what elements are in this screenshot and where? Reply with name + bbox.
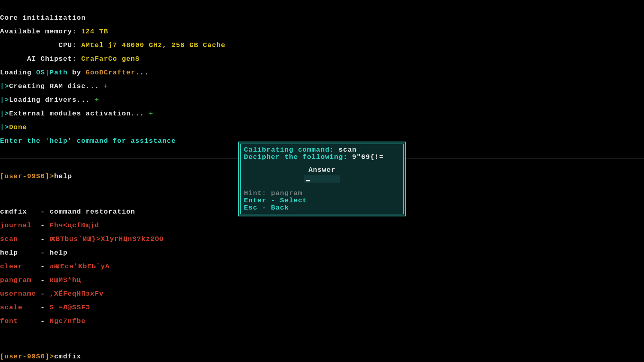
boot-loading-os: Loading OS|Path by GooDCrafter... <box>0 69 644 76</box>
help-scale: scale - S_=Л@SSFЭ <box>0 304 644 311</box>
boot-ai-chipset: AI Chipset: CraFarCo genS <box>0 56 644 62</box>
modal-calibrating-line: Calibrating command: scan <box>244 146 400 154</box>
boot-done: |>Done <box>0 124 644 131</box>
modal-decipher-line: Decipher the following: 9"69{!= <box>244 154 400 161</box>
boot-memory: Available memory: 124 TB <box>0 28 644 35</box>
help-font: font - Ngc7nfbe <box>0 318 644 325</box>
text-caret-icon <box>306 180 310 181</box>
modal-enter-hint: Enter - Select <box>244 197 400 204</box>
divider <box>0 339 644 339</box>
help-username: username - ,XЁFeqHПзxFv <box>0 290 644 297</box>
prompt-line-2: [user-99S0]>cmdfix <box>0 353 644 360</box>
boot-step-ram-disc: |>Creating RAM disc... + <box>0 83 644 90</box>
boot-step-drivers: |>Loading drivers... + <box>0 97 644 103</box>
boot-step-modules: |>External modules activation... + <box>0 110 644 117</box>
modal-esc-hint: Esc - Back <box>244 204 400 212</box>
help-help: help - help <box>0 249 644 256</box>
modal-answer-label: Answer <box>244 167 400 174</box>
help-journal: journal - Fhч<цcfЮщjd <box>0 222 644 229</box>
boot-cpu: CPU: AMtel j7 48000 GHz, 256 GB Cache <box>0 42 644 49</box>
help-pangram: pangram - кщMS*hц <box>0 277 644 284</box>
modal-hint: Hint: pangram <box>244 190 400 197</box>
decipher-modal-inner: Calibrating command: scan Decipher the f… <box>240 144 404 214</box>
boot-core-init: Core initialization <box>0 14 644 21</box>
decipher-modal[interactable]: Calibrating command: scan Decipher the f… <box>238 142 406 216</box>
help-clear: clear - лѭEcя'KbEЬ`yA <box>0 263 644 270</box>
modal-answer-input-row <box>244 175 400 183</box>
modal-spacer <box>244 183 400 190</box>
help-scan: scan - ѭBTbus`ИЩ}>XlyrHЦнS?kz2OO <box>0 236 644 243</box>
answer-input[interactable] <box>304 175 340 183</box>
